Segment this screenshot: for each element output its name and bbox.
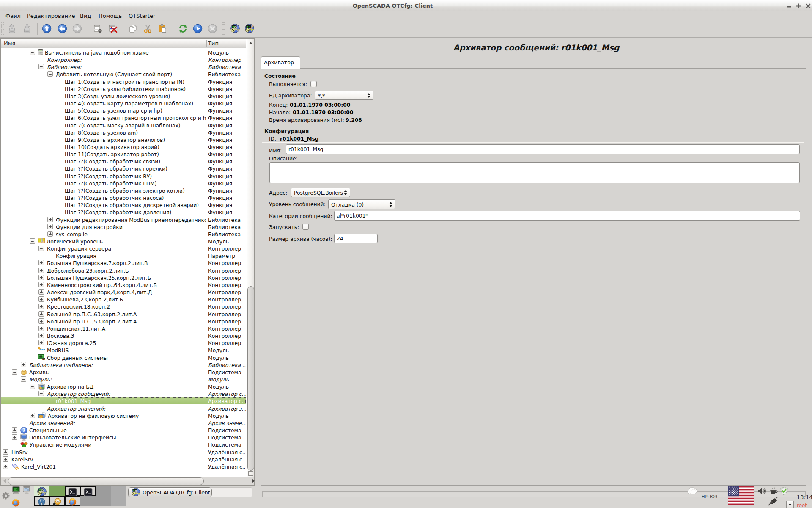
expand-icon[interactable] <box>38 268 44 273</box>
tree-row--25[interactable]: Южная дорога,25Контроллер <box>1 339 246 346</box>
tree-row--53-2-[interactable]: Большой пр.П.С.,53,корп.2,лит.АКонтролле… <box>1 318 246 325</box>
shield-check-icon[interactable] <box>780 486 788 497</box>
scroll-down-icon[interactable] <box>248 471 253 476</box>
running-checkbox[interactable] <box>310 81 317 87</box>
tree-row-karelsrv[interactable]: KarelSrvУдалённая с... <box>1 456 246 463</box>
tree-row--[interactable]: Конфигурация сервераКонтроллер <box>1 245 246 252</box>
expand-icon[interactable] <box>12 427 17 433</box>
expand-icon[interactable] <box>38 326 44 331</box>
refresh-button[interactable] <box>178 24 188 34</box>
collapse-icon[interactable] <box>38 246 44 251</box>
tree-header[interactable]: Имя Тип <box>1 39 246 48</box>
expand-icon[interactable] <box>30 413 35 418</box>
tree-row--63-2-[interactable]: Большой пр.П.С.,63,корп.2,лит.АКонтролле… <box>1 310 246 318</box>
collapse-icon[interactable] <box>12 369 17 375</box>
spin-down-icon[interactable] <box>389 205 392 207</box>
minimize-button[interactable] <box>786 2 793 10</box>
expand-icon[interactable] <box>38 311 44 317</box>
close-button[interactable] <box>804 2 812 10</box>
spin-up-icon[interactable] <box>367 93 370 95</box>
tree-row--11-[interactable]: Ропшинская,11,лит.АКонтроллер <box>1 325 246 332</box>
expand-icon[interactable] <box>38 282 44 287</box>
expand-icon[interactable] <box>3 449 8 455</box>
tree-row--[interactable]: Шаг ??(Создать обработчик давления)Функц… <box>1 208 246 215</box>
tree-row--[interactable]: Сбор данных системыМодуль <box>1 354 246 361</box>
workspace-cell-terminal-black[interactable] <box>65 486 80 496</box>
vision-window-button[interactable] <box>245 24 255 34</box>
collapse-icon[interactable] <box>30 384 35 389</box>
tree-row--[interactable]: Шаг ??(Создать обработчик электро котла)… <box>1 187 246 194</box>
tree-row--[interactable]: Архиватор сообщений:Архиватор с... <box>1 390 246 397</box>
tree-row--4-[interactable]: Шаг 4(Создать карту параметров в шаблона… <box>1 99 246 107</box>
load-from-db-button[interactable] <box>7 24 17 34</box>
workspace-cell[interactable] <box>96 496 111 506</box>
weather-cloud-icon[interactable] <box>687 487 698 496</box>
stop-button[interactable] <box>208 24 218 34</box>
start-checkbox[interactable] <box>302 224 309 230</box>
expand-icon[interactable] <box>12 434 17 440</box>
tree-row--[interactable]: Шаг ??(Создать обработчик насоса)Функция <box>1 194 246 201</box>
spin-up-icon[interactable] <box>344 190 347 192</box>
workspace-cell[interactable] <box>49 486 65 496</box>
tree-row--[interactable]: Контроллер:Контроллер <box>1 56 246 63</box>
workspace-cell[interactable] <box>111 496 126 506</box>
expand-icon[interactable] <box>38 340 44 345</box>
tray-dropdown-button[interactable] <box>786 501 794 508</box>
tree-row--[interactable]: Библиотека шаблонов:Библиотека ... <box>1 361 246 368</box>
taskbar-clock[interactable]: 13:14 <box>797 494 812 500</box>
tree-row--[interactable]: Библиотека:Библиотека <box>1 63 246 70</box>
expand-icon[interactable] <box>47 224 53 229</box>
tree-row--10-[interactable]: Шаг 10(Создать архиватор аврий)Функция <box>1 143 246 150</box>
keyboard-layout-flag-icon[interactable] <box>728 486 754 507</box>
tree-row--[interactable]: Шаг ??(Создать обработчик ГПМ)Функция <box>1 179 246 187</box>
tree-row--18-2[interactable]: Крестовский,18,корп.2Контроллер <box>1 303 246 310</box>
tree-row--java-[interactable]: Вычислитель на java подобном языкеМодуль <box>1 49 246 56</box>
tree-row--5-map-cp-hp-[interactable]: Шаг 5(Создать узелов map cp и hp)Функция <box>1 107 246 114</box>
description-textarea[interactable] <box>269 162 800 183</box>
tree-row--[interactable]: Архиватор на файловую системуМодуль <box>1 412 246 419</box>
workspace-cell-firefox[interactable] <box>65 496 80 506</box>
save-to-db-button[interactable] <box>22 24 33 34</box>
workspace-cell[interactable] <box>111 486 126 496</box>
tree-row--[interactable]: Шаг ??(Создать обработчик связи)Функция <box>1 157 246 165</box>
message-level-combo[interactable]: Отладка (0) <box>328 199 395 209</box>
launcher-display[interactable] <box>23 486 30 495</box>
workspace-cell-postgresql[interactable] <box>34 496 49 506</box>
launcher-terminal[interactable] <box>12 486 20 496</box>
go-up-button[interactable] <box>42 24 52 34</box>
tree-row--11-[interactable]: Шаг 11(Создать архиватор работ)Функция <box>1 150 246 157</box>
expand-icon[interactable] <box>38 318 44 324</box>
tree-row--[interactable]: Модуль:Модуль <box>1 375 246 383</box>
expand-icon[interactable] <box>38 260 44 265</box>
tree-row--[interactable]: Архиватор значений:Архиватор з... <box>1 405 246 412</box>
tree-column-name[interactable]: Имя <box>4 40 15 47</box>
workspace-cell-terminal-black[interactable] <box>80 486 96 496</box>
expand-icon[interactable] <box>3 464 8 469</box>
expand-icon[interactable] <box>47 231 53 237</box>
categories-input[interactable]: al*r01k001* <box>334 211 800 221</box>
collapse-icon[interactable] <box>30 238 35 244</box>
toolbar-handle[interactable] <box>1 22 4 36</box>
collapse-icon[interactable] <box>30 50 35 55</box>
tree-row-sys_compile[interactable]: sys_compileБиблиотека <box>1 230 246 237</box>
copy-item-button[interactable] <box>128 24 138 34</box>
panel-settings-icon[interactable] <box>2 492 10 501</box>
menu-file[interactable]: Файл <box>5 13 21 19</box>
tree-row--[interactable]: АрхивыПодсистема <box>1 368 246 375</box>
tree-row--9-[interactable]: Шаг 9(Создать архиватор аналогов)Функция <box>1 136 246 143</box>
tree-vscroll-thumb[interactable] <box>247 286 254 471</box>
tree-row--[interactable]: Шаг ??(Создать обработчик горелки)Функци… <box>1 165 246 172</box>
tree-row--64-4-[interactable]: Каменноостровский пр.,64,корп.4,лит.БКон… <box>1 281 246 288</box>
tree-column-type[interactable]: Тип <box>208 40 219 47</box>
expand-icon[interactable] <box>38 333 44 338</box>
tree-row--2-[interactable]: Шаг 2(Создать узлы библиотеки шаблонов)Ф… <box>1 85 246 92</box>
taskbar-window-button[interactable]: OpenSCADA QTCfg: Client <box>128 487 212 497</box>
name-input[interactable]: r01k001_Msg <box>286 144 800 154</box>
address-combo[interactable]: PostgreSQL.Boilers <box>291 188 350 197</box>
tree-row--[interactable]: Шаг ??(Создать обработчик дискретной ава… <box>1 201 246 208</box>
tree-row--[interactable]: Управление модулямиПодсистема <box>1 441 246 448</box>
go-forward-button[interactable] <box>72 24 82 34</box>
tree-row--[interactable]: Архиватор на БДМодуль <box>1 383 246 390</box>
collapse-icon[interactable] <box>21 376 26 382</box>
archiver-db-combo[interactable]: *.* <box>315 91 373 100</box>
